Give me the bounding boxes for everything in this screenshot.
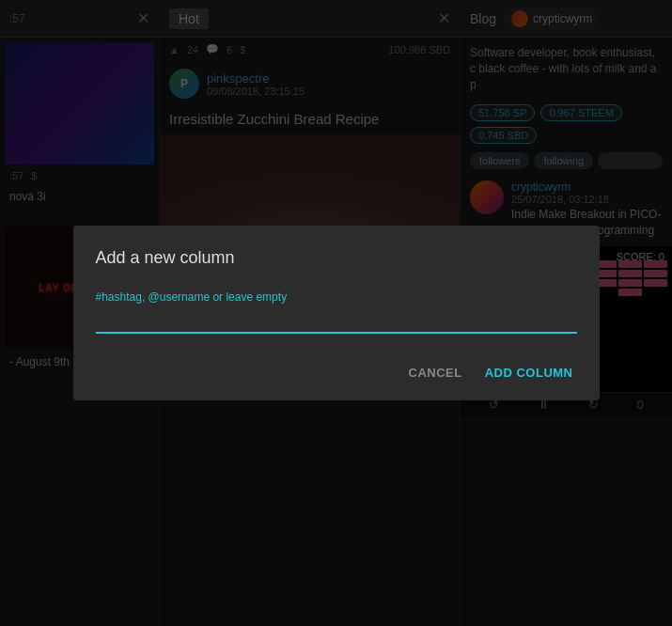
modal-actions: CANCEL ADD COLUMN (96, 360, 577, 385)
modal-hint: #hashtag, @username or leave empty (96, 290, 577, 304)
modal-title: Add a new column (96, 248, 577, 268)
add-column-modal: Add a new column #hashtag, @username or … (73, 226, 600, 400)
column-name-input[interactable] (96, 309, 577, 334)
cancel-button[interactable]: CANCEL (405, 360, 466, 385)
add-column-button[interactable]: ADD COLUMN (481, 360, 577, 385)
